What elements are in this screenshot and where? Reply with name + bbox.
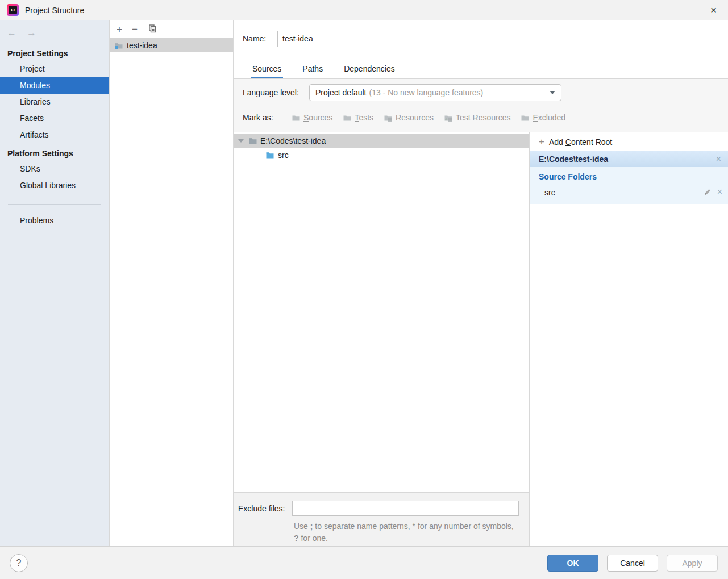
- module-toolbar: + −: [110, 20, 233, 38]
- chevron-down-icon: [550, 91, 555, 94]
- name-label: Name:: [243, 34, 277, 43]
- expander-icon[interactable]: [238, 139, 244, 143]
- copy-module-icon[interactable]: [147, 24, 156, 35]
- sidebar-item-sdks[interactable]: SDKs: [0, 161, 109, 177]
- source-folders-title: Source Folders: [530, 167, 728, 185]
- tree-src-label: src: [278, 151, 289, 160]
- sidebar-item-problems[interactable]: Problems: [0, 213, 109, 229]
- apply-button[interactable]: Apply: [667, 555, 718, 572]
- language-level-value: Project default: [315, 88, 367, 97]
- close-icon[interactable]: ×: [706, 4, 721, 16]
- ok-button[interactable]: OK: [547, 555, 598, 572]
- add-content-root-button[interactable]: + Add Content Root: [530, 132, 728, 151]
- module-tabs: Sources Paths Dependencies: [234, 57, 728, 79]
- exclude-files-hint: Use ; to separate name patterns, * for a…: [294, 520, 520, 544]
- source-folder-icon: [265, 151, 274, 160]
- test-resources-folder-icon: [444, 113, 453, 122]
- sources-options: Language level: Project default (13 - No…: [234, 79, 728, 132]
- exclude-files-input[interactable]: [292, 501, 519, 516]
- tests-folder-icon: [343, 113, 352, 122]
- sidebar-item-global-libraries[interactable]: Global Libraries: [0, 177, 109, 194]
- forward-arrow-icon[interactable]: →: [27, 27, 47, 38]
- module-list-panel: + − test-idea: [110, 20, 234, 546]
- question-mark-icon: ?: [16, 558, 22, 568]
- module-editor: Name: Sources Paths Dependencies Languag…: [234, 20, 728, 546]
- sidebar-item-artifacts[interactable]: Artifacts: [0, 127, 109, 143]
- sidebar-item-modules[interactable]: Modules: [0, 77, 109, 94]
- language-level-label: Language level:: [243, 88, 309, 97]
- module-list-item[interactable]: test-idea: [110, 38, 233, 52]
- remove-module-icon[interactable]: −: [132, 24, 138, 34]
- plus-icon: +: [539, 136, 544, 148]
- leader-line: [556, 195, 699, 195]
- mark-tests-button[interactable]: Tests: [343, 113, 373, 122]
- language-level-hint: (13 - No new language features): [369, 88, 484, 97]
- add-module-icon[interactable]: +: [117, 24, 122, 34]
- back-arrow-icon[interactable]: ←: [7, 27, 27, 38]
- edit-pencil-icon[interactable]: [704, 188, 712, 196]
- source-folder-name: src: [544, 188, 555, 197]
- tree-root-label: E:\Codes\test-idea: [260, 136, 326, 145]
- help-button[interactable]: ?: [10, 554, 28, 572]
- module-name-input[interactable]: [277, 31, 718, 47]
- sidebar-item-facets[interactable]: Facets: [0, 110, 109, 127]
- name-row: Name:: [234, 20, 728, 57]
- group-project-settings: Project Settings: [0, 43, 109, 61]
- intellij-logo-icon: IJ: [7, 4, 19, 16]
- excluded-folder-icon: [521, 113, 530, 122]
- resources-folder-icon: [384, 113, 393, 122]
- tree-row-content-root[interactable]: E:\Codes\test-idea: [234, 134, 529, 148]
- language-level-select[interactable]: Project default (13 - No new language fe…: [309, 84, 561, 101]
- tab-sources[interactable]: Sources: [251, 64, 283, 78]
- source-folder-row[interactable]: src ×: [530, 185, 728, 197]
- exclude-files-section: Exclude files: Use ; to separate name pa…: [234, 492, 529, 546]
- tree-row-src[interactable]: src: [234, 148, 529, 163]
- mark-resources-button[interactable]: Resources: [384, 113, 434, 122]
- sidebar-divider: [8, 204, 101, 205]
- remove-content-root-icon[interactable]: ×: [716, 154, 721, 164]
- content-root-tree: E:\Codes\test-idea src: [234, 132, 529, 492]
- exclude-files-label: Exclude files:: [234, 504, 292, 513]
- mark-test-resources-button[interactable]: Test Resources: [444, 113, 510, 122]
- content-root-header[interactable]: E:\Codes\test-idea ×: [530, 151, 728, 167]
- mark-excluded-button[interactable]: Excluded: [521, 113, 565, 122]
- window-title: Project Structure: [25, 6, 84, 15]
- module-name: test-idea: [127, 41, 157, 50]
- tab-dependencies[interactable]: Dependencies: [342, 64, 397, 78]
- module-icon: [114, 41, 123, 50]
- remove-source-folder-icon[interactable]: ×: [717, 187, 722, 197]
- mark-sources-button[interactable]: Sources: [292, 113, 332, 122]
- sidebar-item-libraries[interactable]: Libraries: [0, 94, 109, 110]
- content-root-path: E:\Codes\test-idea: [539, 155, 608, 164]
- dialog-footer: ? OK Cancel Apply: [0, 546, 728, 579]
- settings-sidebar: ←→ Project Settings Project Modules Libr…: [0, 20, 110, 546]
- source-folders-section: Source Folders src ×: [530, 167, 728, 204]
- content-roots-panel: + Add Content Root E:\Codes\test-idea × …: [530, 132, 728, 546]
- group-platform-settings: Platform Settings: [0, 143, 109, 161]
- mark-as-label: Mark as:: [243, 113, 290, 122]
- tab-paths[interactable]: Paths: [301, 64, 325, 78]
- sources-folder-icon: [292, 113, 301, 122]
- title-bar: IJ Project Structure ×: [0, 0, 728, 20]
- content-root-folder-icon: [248, 136, 257, 145]
- sidebar-item-project[interactable]: Project: [0, 61, 109, 77]
- cancel-button[interactable]: Cancel: [607, 555, 658, 572]
